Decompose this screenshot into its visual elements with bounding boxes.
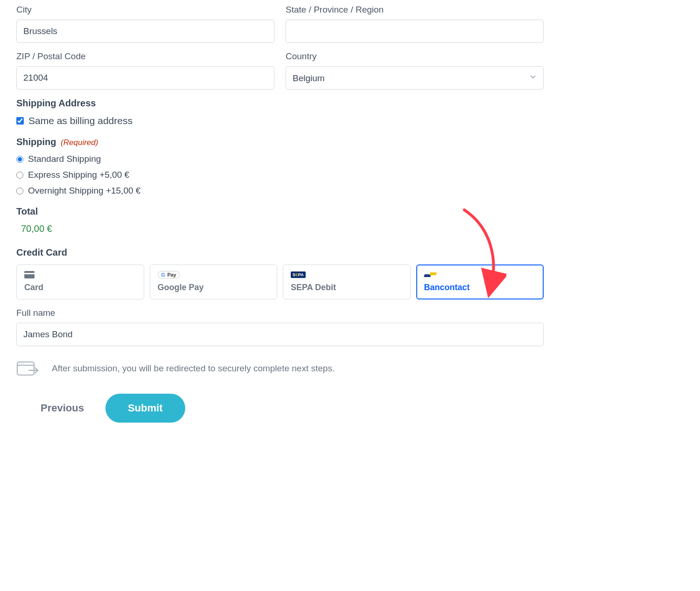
same-as-billing-label: Same as billing address: [28, 115, 133, 126]
credit-card-icon: [24, 271, 136, 279]
payment-method-sepa[interactable]: S€PA SEPA Debit: [283, 264, 411, 299]
svg-point-6: [23, 363, 24, 364]
payment-method-label: SEPA Debit: [291, 283, 403, 292]
payment-method-label: Bancontact: [424, 283, 536, 292]
zip-input[interactable]: [16, 66, 274, 90]
payment-method-label: Google Pay: [158, 283, 270, 292]
svg-point-4: [19, 363, 20, 364]
bancontact-icon: [424, 271, 536, 279]
svg-point-5: [21, 363, 22, 364]
shipping-option-label: Standard Shipping: [28, 154, 101, 164]
redirect-note-text: After submission, you will be redirected…: [52, 363, 335, 374]
total-heading: Total: [16, 206, 544, 217]
svg-rect-0: [24, 271, 35, 278]
payment-method-label: Card: [24, 283, 136, 292]
sepa-icon: S€PA: [291, 271, 403, 279]
previous-button[interactable]: Previous: [36, 396, 89, 420]
city-label: City: [16, 5, 274, 15]
state-label: State / Province / Region: [286, 5, 544, 15]
svg-rect-2: [17, 362, 34, 375]
city-input[interactable]: [16, 20, 274, 43]
state-input[interactable]: [286, 20, 544, 43]
svg-rect-1: [24, 273, 35, 274]
country-select[interactable]: Belgium: [286, 66, 544, 90]
zip-label: ZIP / Postal Code: [16, 51, 274, 62]
payment-method-bancontact[interactable]: Bancontact: [416, 264, 544, 299]
shipping-option-label: Express Shipping +5,00 €: [28, 170, 129, 180]
total-value: 70,00 €: [21, 223, 544, 234]
country-label: Country: [286, 51, 544, 62]
payment-method-card[interactable]: Card: [16, 264, 144, 299]
submit-button[interactable]: Submit: [105, 394, 185, 423]
shipping-address-heading: Shipping Address: [16, 98, 544, 109]
full-name-input[interactable]: [16, 323, 544, 346]
google-pay-icon: G Pay: [158, 271, 270, 279]
required-tag: (Required): [61, 138, 98, 147]
shipping-option-label: Overnight Shipping +15,00 €: [28, 186, 140, 196]
shipping-option-overnight[interactable]: [16, 188, 23, 195]
shipping-option-express[interactable]: [16, 172, 23, 179]
credit-card-heading: Credit Card: [16, 247, 544, 258]
same-as-billing-checkbox[interactable]: [16, 117, 24, 125]
full-name-label: Full name: [16, 308, 544, 318]
payment-method-google-pay[interactable]: G Pay Google Pay: [150, 264, 278, 299]
shipping-heading: Shipping (Required): [16, 137, 544, 147]
shipping-option-standard[interactable]: [16, 156, 23, 163]
redirect-icon: [16, 360, 40, 377]
